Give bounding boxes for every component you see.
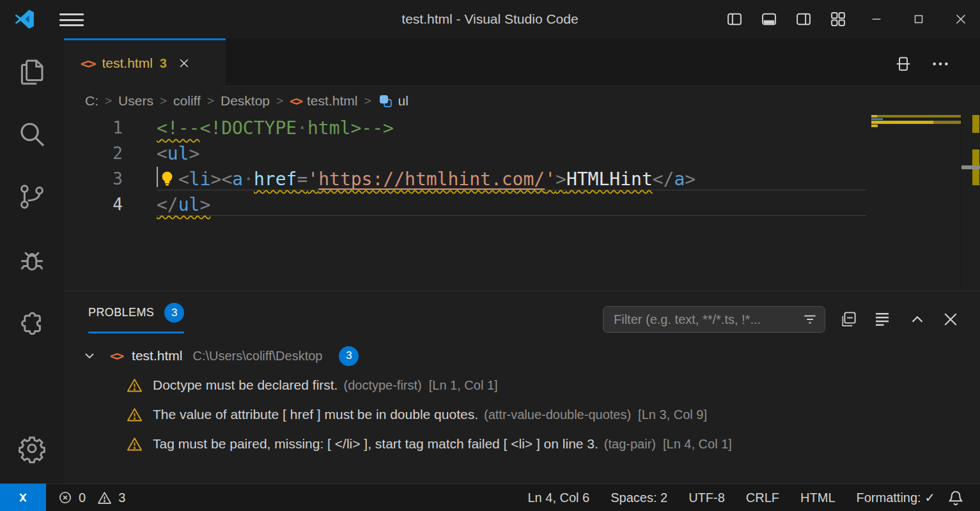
chevron-down-icon[interactable] — [82, 348, 97, 363]
extensions-icon[interactable] — [17, 309, 47, 339]
problem-message: The value of attribute [ href ] must be … — [153, 407, 478, 422]
error-count: 0 — [79, 491, 86, 505]
minimap[interactable] — [871, 115, 961, 291]
chevron-right-icon: > — [274, 94, 286, 108]
vscode-window: test.html - Visual Studio Code — [0, 0, 980, 511]
problem-position: [Ln 3, Col 9] — [638, 408, 707, 422]
problem-source: (attr-value-double-quotes) — [484, 408, 631, 422]
run-debug-icon[interactable] — [17, 245, 47, 276]
problems-file-row[interactable]: <> test.html C:\Users\coliff\Desktop 3 — [64, 341, 980, 370]
chevron-right-icon: > — [361, 94, 373, 108]
problems-file-path: C:\Users\coliff\Desktop — [192, 349, 322, 363]
toggle-panel-icon[interactable] — [759, 9, 779, 29]
settings-gear-icon[interactable] — [17, 433, 47, 464]
lightbulb-icon[interactable] — [159, 170, 176, 187]
symbol-element-icon — [378, 93, 393, 109]
breadcrumb-desktop[interactable]: Desktop — [221, 93, 270, 109]
problem-row-2[interactable]: The value of attribute [ href ] must be … — [64, 400, 980, 429]
language-mode-item[interactable]: HTML — [800, 491, 835, 505]
status-bar: 0 3 Ln 4, Col 6 Spaces: 2 UTF-8 CRLF HTM… — [0, 484, 980, 511]
breadcrumb-symbol-ul[interactable]: ul — [378, 93, 408, 109]
html-file-icon: <> — [110, 348, 123, 363]
notifications-bell-icon[interactable] — [947, 489, 965, 507]
indentation-item[interactable]: Spaces: 2 — [611, 491, 667, 505]
maximize-panel-icon[interactable] — [908, 310, 927, 329]
chevron-right-icon: > — [102, 94, 114, 108]
chevron-right-icon: > — [205, 94, 217, 108]
html-file-icon: <> — [81, 56, 95, 72]
problem-message: Tag must be paired, missing: [ </li> ], … — [153, 436, 598, 452]
line-number: 1 — [64, 118, 123, 137]
problem-position: [Ln 1, Col 1] — [429, 378, 498, 393]
problems-tab-label: PROBLEMS — [88, 306, 154, 319]
code-line-2: 2 <ul> — [64, 141, 980, 166]
encoding-item[interactable]: UTF-8 — [688, 491, 725, 505]
more-actions-icon[interactable] — [931, 54, 950, 73]
overview-ruler — [961, 115, 980, 291]
split-editor-icon[interactable] — [894, 54, 913, 73]
minimap-line-4 — [871, 125, 878, 127]
titlebar-actions — [724, 0, 975, 38]
ruler-cursor-mark — [961, 165, 980, 169]
warning-icon — [126, 377, 143, 394]
ruler-warning-mark — [972, 115, 979, 133]
maximize-button[interactable] — [905, 5, 933, 33]
collapse-all-icon[interactable] — [839, 310, 858, 329]
filter-icon[interactable] — [802, 311, 818, 328]
breadcrumb: C: > Users > coliff > Desktop > <> test.… — [64, 86, 980, 115]
close-panel-icon[interactable] — [941, 310, 960, 329]
html-file-icon: <> — [290, 94, 302, 108]
warning-icon — [97, 490, 113, 506]
warning-icon — [126, 406, 143, 423]
toggle-primary-sidebar-icon[interactable] — [724, 9, 745, 29]
formatting-item[interactable]: Formatting: ✓ — [857, 490, 935, 505]
breadcrumb-users[interactable]: Users — [118, 93, 153, 109]
view-as-table-icon[interactable] — [873, 310, 892, 329]
cursor-position-item[interactable]: Ln 4, Col 6 — [527, 491, 589, 505]
minimap-mark — [871, 121, 933, 124]
remote-icon — [14, 489, 32, 507]
problems-count-badge: 3 — [164, 303, 184, 323]
code-line-3: 3 <li><a·href='https://htmlhint.com/'>HT… — [64, 166, 980, 192]
url-link[interactable]: https://htmlhint.com/ — [318, 169, 545, 190]
code-line-4: 4 </ul> — [64, 192, 980, 217]
tab-test-html[interactable]: <> test.html 3 — [64, 38, 226, 86]
breadcrumb-coliff[interactable]: coliff — [173, 93, 201, 109]
remote-indicator[interactable] — [0, 484, 46, 511]
tab-problem-count: 3 — [160, 56, 167, 71]
problem-source: (doctype-first) — [343, 378, 421, 393]
file-problem-count-badge: 3 — [339, 346, 359, 366]
minimize-button[interactable] — [862, 5, 891, 33]
tab-label: test.html — [102, 56, 153, 71]
problems-status-item[interactable]: 0 3 — [58, 484, 125, 511]
tab-problems[interactable]: PROBLEMS 3 — [88, 303, 184, 333]
filter-input[interactable] — [612, 312, 802, 328]
customize-layout-icon[interactable] — [828, 9, 848, 29]
breadcrumb-drive[interactable]: C: — [85, 93, 98, 109]
explorer-icon[interactable] — [17, 56, 47, 86]
breadcrumb-file[interactable]: <> test.html — [290, 93, 357, 109]
source-control-icon[interactable] — [17, 181, 47, 212]
toggle-secondary-sidebar-icon[interactable] — [793, 9, 814, 29]
search-icon[interactable] — [17, 119, 47, 149]
tab-close-icon[interactable] — [178, 57, 191, 70]
minimap-mark — [871, 115, 877, 118]
problem-row-1[interactable]: Doctype must be declared first. (doctype… — [64, 370, 980, 400]
warning-count: 3 — [118, 491, 125, 505]
text-cursor — [157, 167, 158, 187]
code-editor[interactable]: 1 <!--<!DOCTYPE·html>--> 2 <ul> 3 <li><a… — [64, 115, 980, 291]
close-window-button[interactable] — [947, 5, 975, 33]
problem-source: (tag-pair) — [604, 437, 656, 452]
title-bar: test.html - Visual Studio Code — [0, 0, 980, 38]
problems-file-name: test.html — [132, 348, 182, 363]
status-bar-right: Ln 4, Col 6 Spaces: 2 UTF-8 CRLF HTML Fo… — [527, 484, 935, 511]
line-number: 3 — [64, 169, 123, 188]
minimap-line-2 — [871, 118, 883, 120]
line-number: 2 — [64, 144, 123, 163]
eol-item[interactable]: CRLF — [746, 491, 779, 505]
problem-position: [Ln 4, Col 1] — [663, 437, 732, 452]
problem-message: Doctype must be declared first. — [153, 378, 338, 393]
problems-filter — [603, 306, 825, 333]
editor-actions — [894, 50, 977, 78]
problem-row-3[interactable]: Tag must be paired, missing: [ </li> ], … — [64, 429, 980, 459]
